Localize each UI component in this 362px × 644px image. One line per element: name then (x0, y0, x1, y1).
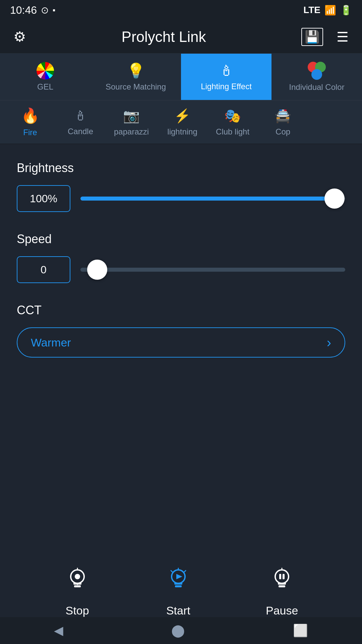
brightness-control: 100% (17, 185, 345, 212)
tab-lighting-effect-label: Lighting Effect (201, 82, 252, 91)
cct-label: CCT (17, 303, 345, 317)
stop-button[interactable]: Stop (64, 567, 91, 617)
brightness-section: Brightness 100% (17, 161, 345, 212)
network-indicator: LTE (303, 5, 320, 15)
svg-rect-8 (175, 585, 182, 587)
start-icon (165, 567, 192, 599)
stop-label: Stop (66, 604, 89, 617)
effect-candle[interactable]: 🕯 Candle (57, 105, 104, 140)
status-icon-2: ▪ (53, 5, 56, 15)
top-bar: ⚙ Prolycht Link 💾 ☰ (0, 20, 362, 54)
svg-rect-15 (279, 585, 285, 587)
back-button[interactable]: ◀ (54, 624, 63, 638)
tab-bar: GEL 💡 Source Matching 🕯 Lighting Effect … (0, 54, 362, 101)
tab-source-matching-label: Source Matching (106, 82, 166, 92)
brightness-label: Brightness (17, 161, 345, 175)
brightness-track (80, 197, 345, 201)
svg-line-12 (184, 571, 186, 572)
speed-track (80, 268, 345, 272)
bulb-icon: 💡 (127, 62, 145, 79)
svg-line-11 (171, 571, 172, 572)
svg-point-3 (75, 574, 80, 579)
svg-rect-7 (174, 583, 182, 585)
brightness-slider-container[interactable] (80, 185, 345, 212)
status-time: 10:46 (10, 4, 37, 16)
tab-individual-color[interactable]: Individual Color (272, 54, 362, 100)
cct-arrow-icon: › (327, 335, 331, 350)
bottom-controls: Stop Start Paus (0, 567, 362, 617)
start-label: Start (166, 604, 190, 617)
speed-control: 0 (17, 256, 345, 283)
brightness-thumb[interactable] (324, 189, 345, 209)
effect-lightning[interactable]: ⚡ lightning (159, 105, 206, 140)
candle-icon: 🕯 (219, 62, 234, 79)
effect-fire[interactable]: 🔥 Fire (7, 104, 54, 141)
main-content: Brightness 100% Speed 0 CCT Warmer › (0, 144, 362, 374)
effect-paparazzi-label: paparazzi (114, 127, 149, 137)
signal-icon: 📶 (324, 5, 336, 16)
speed-label: Speed (17, 232, 345, 246)
color-icon (308, 62, 326, 80)
status-icon-1: ⊙ (41, 5, 49, 16)
tab-source-matching[interactable]: 💡 Source Matching (90, 54, 181, 100)
effect-club-light-label: Club light (216, 127, 249, 137)
svg-marker-9 (176, 574, 182, 579)
tab-lighting-effect[interactable]: 🕯 Lighting Effect (181, 54, 272, 100)
battery-icon: 🔋 (340, 5, 352, 16)
cct-section: CCT Warmer › (17, 303, 345, 358)
gel-icon (37, 62, 54, 79)
speed-thumb[interactable] (87, 260, 107, 280)
effect-club-light[interactable]: 🎭 Club light (209, 105, 256, 140)
home-button[interactable]: ⬤ (171, 624, 185, 638)
app-title: Prolycht Link (122, 29, 206, 45)
speed-slider-container[interactable] (80, 256, 345, 283)
lightning-icon: ⚡ (174, 108, 191, 124)
effect-paparazzi[interactable]: 📷 paparazzi (107, 105, 156, 140)
recent-button[interactable]: ⬜ (293, 624, 308, 638)
pause-label: Pause (266, 604, 298, 617)
pause-icon (268, 567, 295, 599)
tab-gel-label: GEL (37, 82, 53, 92)
candle-effect-icon: 🕯 (74, 108, 87, 123)
camera-icon: 📷 (123, 108, 140, 124)
effect-fire-label: Fire (23, 128, 37, 137)
cct-selected-label: Warmer (31, 336, 71, 349)
svg-rect-14 (278, 583, 286, 585)
tab-gel[interactable]: GEL (0, 54, 90, 100)
brightness-value[interactable]: 100% (17, 185, 70, 212)
cop-icon: 🚔 (275, 108, 291, 124)
effect-lightning-label: lightning (167, 127, 197, 137)
fire-icon: 🔥 (21, 107, 40, 124)
effect-bar: 🔥 Fire 🕯 Candle 📷 paparazzi ⚡ lightning … (0, 101, 362, 144)
stop-icon (64, 567, 91, 599)
tab-individual-color-label: Individual Color (289, 83, 344, 92)
settings-button[interactable]: ⚙ (13, 29, 26, 45)
speed-section: Speed 0 (17, 232, 345, 283)
nav-bar: ◀ ⬤ ⬜ (0, 617, 362, 644)
club-light-icon: 🎭 (224, 108, 241, 124)
effect-candle-label: Candle (68, 127, 93, 136)
svg-rect-2 (74, 585, 81, 587)
svg-rect-16 (279, 574, 281, 579)
status-bar: 10:46 ⊙ ▪ LTE 📶 🔋 (0, 0, 362, 20)
effect-cop-label: Cop (276, 127, 290, 137)
save-button[interactable]: 💾 (301, 28, 323, 46)
menu-button[interactable]: ☰ (337, 29, 349, 45)
effect-cop[interactable]: 🚔 Cop (259, 105, 306, 140)
pause-button[interactable]: Pause (266, 567, 298, 617)
start-button[interactable]: Start (165, 567, 192, 617)
svg-point-13 (275, 570, 289, 583)
speed-value[interactable]: 0 (17, 256, 70, 283)
cct-selector[interactable]: Warmer › (17, 327, 345, 358)
svg-rect-17 (283, 574, 285, 579)
